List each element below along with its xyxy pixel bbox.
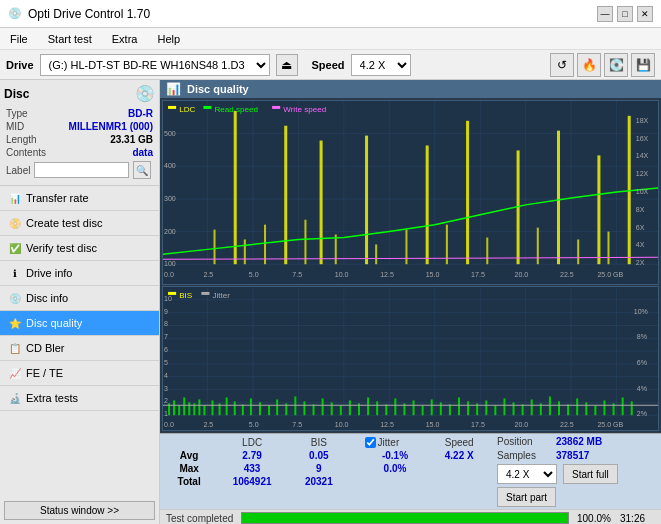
extra-tests-icon: 🔬 <box>8 391 22 405</box>
app-icon: 💿 <box>8 7 22 20</box>
svg-rect-42 <box>272 106 280 109</box>
nav-transfer-rate-label: Transfer rate <box>26 192 89 204</box>
nav-menu: 📊 Transfer rate 📀 Create test disc ✅ Ver… <box>0 186 159 524</box>
svg-text:20.0: 20.0 <box>515 421 529 428</box>
nav-create-test-disc[interactable]: 📀 Create test disc <box>0 211 159 236</box>
svg-text:Jitter: Jitter <box>213 291 231 300</box>
menu-file[interactable]: File <box>4 31 34 47</box>
svg-text:100: 100 <box>164 260 176 267</box>
svg-rect-111 <box>322 398 324 415</box>
label-btn[interactable]: 🔍 <box>133 161 151 179</box>
nav-fe-te-label: FE / TE <box>26 367 63 379</box>
svg-rect-92 <box>178 405 180 415</box>
menu-extra[interactable]: Extra <box>106 31 144 47</box>
eject-button[interactable]: ⏏ <box>276 54 298 76</box>
svg-rect-148 <box>201 292 209 295</box>
maximize-button[interactable]: □ <box>617 6 633 22</box>
svg-rect-123 <box>431 399 433 415</box>
svg-text:8%: 8% <box>637 333 647 340</box>
svg-rect-121 <box>413 400 415 415</box>
samples-label: Samples <box>497 450 552 461</box>
progress-area: Test completed 100.0% 31:26 <box>160 509 661 524</box>
titlebar-left: 💿 Opti Drive Control 1.70 <box>8 7 150 21</box>
progress-label: Test completed <box>166 513 233 524</box>
nav-drive-info[interactable]: ℹ Drive info <box>0 261 159 286</box>
nav-extra-tests[interactable]: 🔬 Extra tests <box>0 386 159 411</box>
nav-extra-tests-label: Extra tests <box>26 392 78 404</box>
progress-pct: 100.0% <box>577 513 612 524</box>
save-button[interactable]: 💾 <box>631 53 655 77</box>
svg-text:4%: 4% <box>637 385 647 392</box>
charts-area: LDC Read speed Write speed 500 400 300 2… <box>160 98 661 433</box>
svg-rect-20 <box>426 146 429 265</box>
length-value: 23.31 GB <box>110 134 153 145</box>
nav-create-test-disc-label: Create test disc <box>26 217 102 229</box>
svg-rect-69 <box>163 287 658 430</box>
disc-quality-icon: ⭐ <box>8 316 22 330</box>
stats-speed-select[interactable]: 4.2 X <box>497 464 557 484</box>
svg-rect-16 <box>234 111 237 264</box>
avg-ldc: 2.79 <box>214 449 290 462</box>
nav-cd-bler[interactable]: 📋 CD Bler <box>0 336 159 361</box>
svg-rect-109 <box>303 401 305 415</box>
svg-rect-144 <box>622 397 624 415</box>
jitter-checkbox[interactable] <box>365 437 376 448</box>
svg-rect-137 <box>558 401 560 415</box>
svg-text:10%: 10% <box>634 308 648 315</box>
stats-total-row: Total 1064921 20321 <box>164 475 489 488</box>
close-button[interactable]: ✕ <box>637 6 653 22</box>
svg-text:7.5: 7.5 <box>292 271 302 278</box>
nav-disc-quality[interactable]: ⭐ Disc quality <box>0 311 159 336</box>
svg-text:17.5: 17.5 <box>471 271 485 278</box>
disc-label-row: Label 🔍 <box>4 159 155 181</box>
stats-right: Position 23862 MB Samples 378517 4.2 X S… <box>497 436 657 507</box>
bottom-chart: BIS Jitter 10 9 8 7 6 5 4 3 2 1 10% 8 <box>162 286 659 431</box>
svg-text:400: 400 <box>164 162 176 169</box>
svg-text:2%: 2% <box>637 410 647 417</box>
svg-rect-35 <box>537 228 539 265</box>
col-bis: BIS <box>290 436 348 449</box>
titlebar: 💿 Opti Drive Control 1.70 — □ ✕ <box>0 0 661 28</box>
svg-text:0.0: 0.0 <box>164 271 174 278</box>
svg-rect-112 <box>331 402 333 415</box>
svg-rect-129 <box>485 400 487 415</box>
svg-rect-32 <box>405 230 407 265</box>
progress-bar-inner <box>242 513 568 523</box>
start-full-button[interactable]: Start full <box>563 464 618 484</box>
svg-text:25.0 GB: 25.0 GB <box>597 421 623 428</box>
svg-rect-101 <box>234 401 236 415</box>
nav-verify-test-disc[interactable]: ✅ Verify test disc <box>0 236 159 261</box>
svg-rect-29 <box>304 220 306 265</box>
minimize-button[interactable]: — <box>597 6 613 22</box>
nav-disc-info[interactable]: 💿 Disc info <box>0 286 159 311</box>
right-panel: 📊 Disc quality <box>160 80 661 524</box>
bottom-chart-svg: BIS Jitter 10 9 8 7 6 5 4 3 2 1 10% 8 <box>163 287 658 430</box>
start-part-button[interactable]: Start part <box>497 487 556 507</box>
speed-select[interactable]: 4.2 X <box>351 54 411 76</box>
label-input[interactable] <box>34 162 129 178</box>
media-button[interactable]: 💽 <box>604 53 628 77</box>
menu-help[interactable]: Help <box>151 31 186 47</box>
svg-rect-125 <box>449 404 451 415</box>
mid-label: MID <box>6 121 24 132</box>
create-test-disc-icon: 📀 <box>8 216 22 230</box>
svg-rect-133 <box>522 404 524 415</box>
menu-starttest[interactable]: Start test <box>42 31 98 47</box>
disc-type-row: Type BD-R <box>4 107 155 120</box>
svg-text:4: 4 <box>164 372 168 379</box>
svg-rect-98 <box>211 400 213 415</box>
type-label: Type <box>6 108 28 119</box>
svg-text:Read speed: Read speed <box>215 105 259 114</box>
svg-rect-40 <box>203 106 211 109</box>
length-label: Length <box>6 134 37 145</box>
nav-transfer-rate[interactable]: 📊 Transfer rate <box>0 186 159 211</box>
refresh-button[interactable]: ↺ <box>550 53 574 77</box>
svg-rect-23 <box>557 131 560 265</box>
max-label: Max <box>164 462 214 475</box>
burn-button[interactable]: 🔥 <box>577 53 601 77</box>
svg-rect-119 <box>394 398 396 415</box>
nav-fe-te[interactable]: 📈 FE / TE <box>0 361 159 386</box>
avg-label: Avg <box>164 449 214 462</box>
status-window-button[interactable]: Status window >> <box>4 501 155 520</box>
drive-select[interactable]: (G:) HL-DT-ST BD-RE WH16NS48 1.D3 <box>40 54 270 76</box>
